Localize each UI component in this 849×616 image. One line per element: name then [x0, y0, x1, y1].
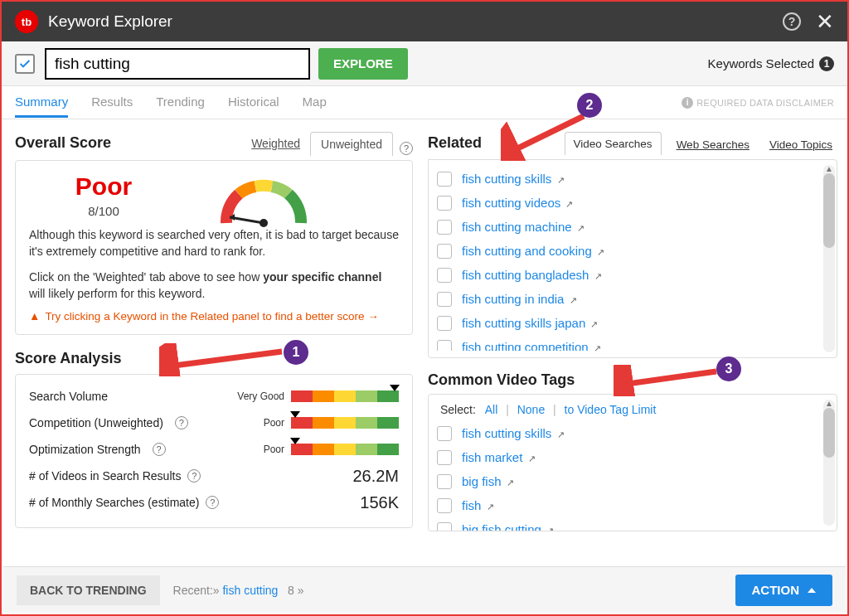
keyword-checkbox[interactable]: [437, 340, 452, 352]
metric-rating: Poor: [264, 417, 284, 429]
keyword-link[interactable]: fish cutting in india ↗: [462, 292, 577, 306]
tab-video-searches[interactable]: Video Searches: [565, 132, 662, 155]
overall-score-card: Poor 8/100: [15, 160, 413, 335]
keyword-checkbox[interactable]: [437, 268, 452, 283]
tag-checkbox[interactable]: [437, 426, 452, 441]
info-icon: i: [682, 97, 693, 109]
keyword-link[interactable]: fish cutting skills japan ↗: [462, 316, 598, 330]
tab-historical[interactable]: Historical: [228, 88, 279, 118]
keyword-link[interactable]: fish cutting competition ↗: [462, 340, 601, 351]
keywords-selected-count: 1: [819, 56, 834, 71]
recent-keyword-link[interactable]: fish cutting: [222, 584, 278, 597]
keyword-checkbox[interactable]: [437, 244, 452, 259]
score-analysis-title: Score Analysis: [15, 350, 121, 367]
tag-link[interactable]: big fish cutting ↗: [462, 522, 554, 531]
external-link-icon: ↗: [577, 223, 585, 233]
stat-row: # of Monthly Searches (estimate)?156K: [29, 489, 399, 516]
tag-row: big fish cutting ↗: [437, 517, 828, 531]
tab-weighted[interactable]: Weighted: [241, 132, 310, 155]
footer-bar: BACK TO TRENDING Recent:» fish cutting 8…: [3, 566, 846, 613]
external-link-icon: ↗: [528, 454, 536, 463]
stat-label: # of Videos in Search Results: [29, 469, 181, 483]
data-disclaimer[interactable]: i REQUIRED DATA DISCLAIMER: [682, 97, 834, 109]
overall-description-2: Click on the 'Weighted' tab above to see…: [29, 269, 399, 303]
related-title: Related: [428, 134, 482, 152]
tab-map[interactable]: Map: [303, 88, 327, 118]
tag-link[interactable]: fish cutting skills ↗: [462, 426, 565, 440]
app-logo: tb: [15, 10, 38, 33]
keyword-row: fish cutting competition ↗: [437, 335, 828, 351]
keyword-checkbox[interactable]: [437, 316, 452, 331]
scrollbar[interactable]: ▲: [823, 400, 835, 526]
tag-link[interactable]: fish market ↗: [462, 450, 536, 464]
metric-rating: Very Good: [237, 390, 284, 402]
keyword-link[interactable]: fish cutting skills ↗: [462, 172, 565, 186]
nav-tabs: Summary Results Trending Historical Map …: [2, 86, 847, 119]
external-link-icon: ↗: [565, 199, 573, 209]
metric-label: Optimization Strength: [29, 443, 141, 456]
metric-label: Search Volume: [29, 390, 108, 403]
keyword-input[interactable]: [45, 48, 310, 80]
common-tags-card: Select: All | None | to Video Tag Limit …: [428, 394, 837, 531]
keyword-link[interactable]: fish cutting bangladesh ↗: [462, 268, 602, 282]
help-icon[interactable]: ?: [187, 469, 201, 483]
help-icon[interactable]: ?: [175, 416, 188, 429]
explore-button[interactable]: EXPLORE: [318, 48, 408, 80]
common-tags-title: Common Video Tags: [428, 371, 575, 389]
tab-summary[interactable]: Summary: [15, 88, 68, 118]
metric-row: Search Volume Very Good: [29, 383, 399, 410]
tag-checkbox[interactable]: [437, 498, 452, 513]
overall-hint[interactable]: ▲ Try clicking a Keyword in the Related …: [29, 310, 399, 323]
keyword-link[interactable]: fish cutting and cooking ↗: [462, 244, 604, 258]
back-to-trending-button[interactable]: BACK TO TRENDING: [17, 575, 160, 605]
scrollbar[interactable]: ▲: [823, 165, 835, 352]
search-row: EXPLORE Keywords Selected 1: [2, 41, 847, 86]
metric-bar: [291, 444, 399, 455]
tab-results[interactable]: Results: [91, 88, 133, 118]
overall-help-icon[interactable]: ?: [400, 142, 413, 155]
tab-unweighted[interactable]: Unweighted: [310, 132, 393, 156]
keyword-row: fish cutting skills japan ↗: [437, 311, 828, 335]
tab-trending[interactable]: Trending: [156, 88, 205, 118]
tag-link[interactable]: big fish ↗: [462, 474, 514, 488]
keyword-row: fish cutting skills ↗: [437, 167, 828, 191]
select-none-link[interactable]: None: [517, 403, 545, 416]
metric-bar: [291, 390, 399, 402]
action-button[interactable]: ACTION: [735, 575, 833, 606]
overall-score-title: Overall Score: [15, 134, 111, 152]
keyword-row: fish cutting videos ↗: [437, 191, 828, 215]
select-all-link[interactable]: All: [485, 403, 498, 416]
related-keywords-list: fish cutting skills ↗fish cutting videos…: [428, 159, 837, 358]
external-link-icon: ↗: [594, 271, 602, 281]
select-limit-link[interactable]: to Video Tag Limit: [565, 403, 657, 416]
select-keyword-checkbox[interactable]: [15, 54, 35, 74]
keyword-checkbox[interactable]: [437, 172, 452, 187]
right-column: Related Video Searches Web Searches Vide…: [428, 131, 837, 541]
tag-link[interactable]: fish ↗: [462, 498, 494, 512]
tab-video-topics[interactable]: Video Topics: [764, 135, 837, 154]
help-icon[interactable]: ?: [206, 496, 219, 509]
tag-row: big fish ↗: [437, 469, 828, 493]
metric-bar: [291, 417, 399, 429]
keyword-row: fish cutting in india ↗: [437, 287, 828, 311]
keyword-link[interactable]: fish cutting videos ↗: [462, 196, 573, 210]
keywords-selected-indicator: Keywords Selected 1: [708, 56, 834, 71]
external-link-icon: ↗: [507, 478, 514, 487]
tag-checkbox[interactable]: [437, 450, 452, 465]
external-link-icon: ↗: [594, 343, 601, 351]
overall-description-1: Although this keyword is searched very o…: [29, 226, 399, 260]
tag-checkbox[interactable]: [437, 522, 452, 532]
help-icon[interactable]: ?: [783, 12, 801, 31]
external-link-icon: ↗: [557, 175, 565, 185]
keyword-checkbox[interactable]: [437, 292, 452, 307]
keyword-link[interactable]: fish cutting machine ↗: [462, 220, 585, 234]
keyword-checkbox[interactable]: [437, 220, 452, 235]
tab-web-searches[interactable]: Web Searches: [672, 135, 754, 154]
metric-label: Competition (Unweighted): [29, 416, 163, 429]
help-icon[interactable]: ?: [153, 443, 166, 456]
close-icon[interactable]: ✕: [816, 11, 834, 32]
keyword-checkbox[interactable]: [437, 196, 452, 211]
gauge-icon: [218, 177, 309, 234]
tag-checkbox[interactable]: [437, 474, 452, 489]
svg-line-1: [230, 217, 264, 223]
